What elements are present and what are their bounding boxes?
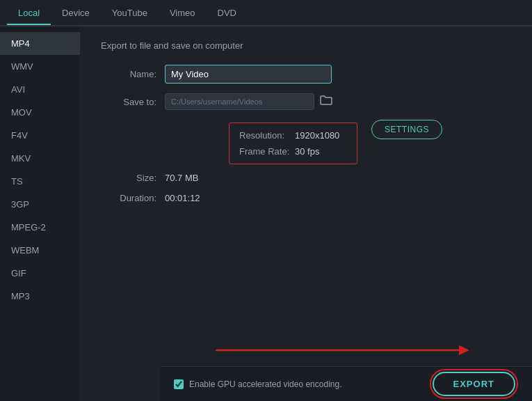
sidebar-item-mov[interactable]: MOV xyxy=(0,101,80,124)
size-label: Size: xyxy=(101,173,156,183)
save-path-display: C:/Users/username/Videos xyxy=(165,93,314,110)
resolution-label: Resolution: xyxy=(239,130,295,141)
frame-rate-row: Frame Rate: 30 fps xyxy=(239,146,347,157)
size-value: 70.7 MB xyxy=(165,173,198,183)
export-button-wrapper: EXPORT xyxy=(430,369,518,399)
sidebar-item-webm[interactable]: WEBM xyxy=(0,239,80,262)
sidebar-item-gif[interactable]: GIF xyxy=(0,262,80,285)
format-sidebar: MP4 WMV AVI MOV F4V MKV TS 3GP MPEG-2 WE… xyxy=(0,26,80,401)
sidebar-item-wmv[interactable]: WMV xyxy=(0,55,80,78)
export-content: Export to file and save on computer Name… xyxy=(80,26,532,401)
tab-youtube[interactable]: YouTube xyxy=(101,2,159,24)
save-to-label: Save to: xyxy=(101,97,156,107)
tab-vimeo[interactable]: Vimeo xyxy=(159,2,207,24)
sidebar-item-mp4[interactable]: MP4 xyxy=(0,32,80,55)
sidebar-item-f4v[interactable]: F4V xyxy=(0,124,80,147)
duration-row: Duration: 00:01:12 xyxy=(101,193,511,203)
name-row: Name: xyxy=(101,65,511,84)
settings-button[interactable]: SETTINGS xyxy=(371,120,442,139)
gpu-checkbox[interactable] xyxy=(174,379,184,389)
tab-device[interactable]: Device xyxy=(51,2,101,24)
gpu-encoding-label[interactable]: Enable GPU accelerated video encoding. xyxy=(174,379,341,389)
frame-rate-value: 30 fps xyxy=(295,146,319,157)
red-arrow-annotation xyxy=(160,333,501,368)
name-input[interactable] xyxy=(165,65,332,84)
duration-value: 00:01:12 xyxy=(165,193,200,203)
save-to-controls: C:/Users/username/Videos xyxy=(165,93,332,110)
tab-dvd[interactable]: DVD xyxy=(207,2,248,24)
save-to-row: Save to: C:/Users/username/Videos xyxy=(101,93,511,110)
resolution-row: Resolution: 1920x1080 xyxy=(239,130,347,141)
section-title: Export to file and save on computer xyxy=(101,40,511,51)
size-row: Size: 70.7 MB xyxy=(101,173,511,183)
sidebar-item-mkv[interactable]: MKV xyxy=(0,147,80,170)
video-info-box: Resolution: 1920x1080 Frame Rate: 30 fps xyxy=(229,123,357,164)
svg-marker-1 xyxy=(459,345,469,355)
resolution-value: 1920x1080 xyxy=(295,130,339,141)
sidebar-item-3gp[interactable]: 3GP xyxy=(0,193,80,216)
browse-folder-button[interactable] xyxy=(320,95,332,109)
sidebar-item-mpeg2[interactable]: MPEG-2 xyxy=(0,216,80,239)
duration-label: Duration: xyxy=(101,193,156,203)
top-navigation: Local Device YouTube Vimeo DVD xyxy=(0,0,532,26)
main-layout: MP4 WMV AVI MOV F4V MKV TS 3GP MPEG-2 WE… xyxy=(0,26,532,401)
name-label: Name: xyxy=(101,69,156,79)
frame-rate-label: Frame Rate: xyxy=(239,146,295,157)
bottom-bar: Enable GPU accelerated video encoding. E… xyxy=(160,366,532,401)
sidebar-item-mp3[interactable]: MP3 xyxy=(0,285,80,308)
sidebar-item-avi[interactable]: AVI xyxy=(0,78,80,101)
tab-local[interactable]: Local xyxy=(7,2,51,24)
export-button[interactable]: EXPORT xyxy=(433,372,515,396)
sidebar-item-ts[interactable]: TS xyxy=(0,170,80,193)
